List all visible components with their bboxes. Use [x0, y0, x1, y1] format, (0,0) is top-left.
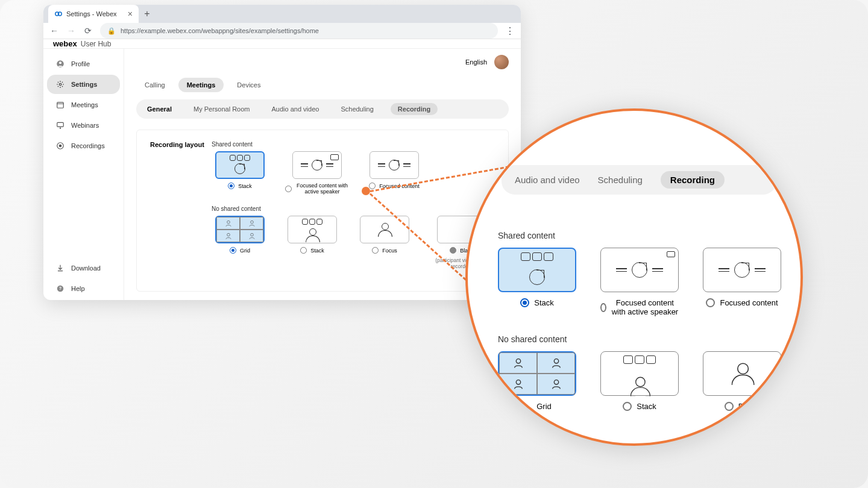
browser-tab-title: Settings - Webex	[66, 10, 117, 17]
browser-toolbar: ← → ⟳ 🔒 https://example.webex.com/webapp…	[43, 23, 521, 39]
reload-icon[interactable]: ⟳	[83, 26, 93, 36]
sidebar-label: Profile	[71, 60, 90, 67]
app-header: webex User Hub	[43, 39, 521, 49]
download-icon	[55, 263, 65, 273]
secondary-tabs: General My Personal Room Audio and video…	[136, 99, 509, 119]
tab-calling[interactable]: Calling	[136, 78, 174, 92]
subtab-personal-room[interactable]: My Personal Room	[189, 103, 255, 115]
zoom-shared-heading: Shared content	[498, 231, 770, 240]
subtab-general[interactable]: General	[142, 103, 177, 115]
radio-focused[interactable]	[369, 183, 376, 189]
address-bar[interactable]: 🔒 https://example.webex.com/webappng/sit…	[100, 23, 498, 39]
zoom-radio-stack[interactable]	[520, 298, 529, 307]
sidebar-label: Webinars	[71, 122, 99, 129]
sidebar-item-settings[interactable]: Settings	[47, 75, 120, 94]
layout-thumb-grid[interactable]	[215, 216, 265, 243]
zoom-radio-focused-speaker[interactable]	[600, 303, 606, 312]
record-icon	[55, 141, 65, 151]
svg-point-7	[60, 128, 61, 129]
svg-point-13	[250, 221, 253, 224]
zoom-radio-stack2[interactable]	[623, 402, 632, 411]
svg-point-14	[227, 233, 230, 236]
svg-rect-5	[57, 102, 64, 108]
zoom-secondary-tabs: Audio and video Scheduling Recording	[502, 165, 776, 195]
sidebar-item-help[interactable]: ? Help	[47, 279, 120, 298]
browser-tab[interactable]: Settings - Webex ×	[48, 5, 139, 23]
zoom-noshared-heading: No shared content	[498, 334, 770, 344]
svg-point-16	[516, 358, 520, 363]
radio-stack[interactable]	[228, 183, 234, 189]
lock-icon: 🔒	[107, 27, 116, 35]
sidebar-item-meetings[interactable]: Meetings	[47, 95, 120, 114]
layout-thumb-stack2[interactable]	[288, 216, 337, 243]
sidebar-item-webinars[interactable]: Webinars	[47, 116, 120, 135]
hub-label: User Hub	[81, 40, 112, 48]
magnifier-callout: Audio and video Scheduling Recording Sha…	[465, 108, 803, 446]
webex-favicon-icon	[54, 10, 63, 18]
svg-point-17	[554, 358, 558, 363]
no-shared-heading: No shared content	[212, 205, 495, 212]
browser-tab-strip: Settings - Webex × +	[43, 5, 521, 23]
primary-tabs: Calling Meetings Devices	[136, 75, 509, 99]
shared-content-heading: Shared content	[212, 141, 495, 148]
language-selector[interactable]: English	[465, 58, 487, 66]
tab-meetings[interactable]: Meetings	[178, 78, 224, 92]
svg-point-4	[59, 83, 61, 86]
subtab-recording[interactable]: Recording	[391, 103, 438, 115]
zoom-radio-focus[interactable]	[725, 402, 734, 411]
avatar[interactable]	[494, 55, 509, 69]
presentation-icon	[55, 120, 65, 130]
svg-point-3	[59, 61, 61, 64]
new-tab-button[interactable]: +	[139, 5, 156, 23]
brand-label: webex	[53, 39, 77, 48]
sidebar-item-profile[interactable]: Profile	[47, 54, 120, 74]
svg-point-9	[59, 145, 62, 148]
zoom-thumb-stack2[interactable]	[600, 351, 679, 396]
zoom-subtab-audio[interactable]: Audio and video	[515, 175, 580, 185]
browser-menu-icon[interactable]: ⋮	[505, 25, 515, 37]
zoom-thumb-focused-speaker[interactable]	[600, 248, 679, 292]
sidebar-label: Meetings	[71, 101, 98, 108]
help-icon: ?	[55, 284, 65, 293]
zoom-thumb-stack[interactable]	[498, 248, 576, 292]
svg-text:?: ?	[59, 286, 61, 290]
zoom-thumb-grid[interactable]	[498, 351, 576, 396]
layout-thumb-stack[interactable]	[215, 151, 265, 179]
url-text: https://example.webex.com/webappng/sites…	[121, 27, 319, 34]
sidebar-label: Settings	[71, 81, 97, 88]
sidebar-label: Recordings	[71, 142, 105, 149]
svg-point-12	[227, 221, 230, 224]
svg-point-18	[516, 380, 520, 384]
calendar-icon	[55, 100, 65, 110]
radio-stack2[interactable]	[300, 247, 307, 254]
zoom-thumb-focused[interactable]	[703, 248, 781, 292]
radio-grid[interactable]	[230, 247, 236, 254]
subtab-audio-video[interactable]: Audio and video	[267, 103, 324, 115]
subtab-scheduling[interactable]: Scheduling	[336, 103, 378, 115]
sidebar-item-download[interactable]: Download	[47, 258, 120, 278]
radio-focus[interactable]	[372, 247, 379, 254]
tab-devices[interactable]: Devices	[228, 78, 269, 92]
person-icon	[55, 59, 65, 69]
layout-thumb-focused[interactable]	[370, 151, 419, 179]
svg-point-19	[554, 380, 558, 384]
section-title: Recording layout	[150, 141, 212, 280]
radio-focused-speaker[interactable]	[285, 186, 292, 192]
sidebar-item-recordings[interactable]: Recordings	[47, 136, 120, 155]
back-icon[interactable]: ←	[49, 26, 59, 36]
forward-icon[interactable]: →	[66, 26, 76, 36]
zoom-radio-focused[interactable]	[706, 298, 715, 307]
callout-marker-icon	[362, 187, 370, 195]
svg-point-15	[250, 233, 253, 236]
browser-window: Settings - Webex × + ← → ⟳ 🔒 https://exa…	[43, 5, 521, 300]
zoom-subtab-recording[interactable]: Recording	[661, 171, 725, 189]
sidebar-label: Help	[71, 285, 85, 292]
radio-blank[interactable]	[450, 247, 456, 254]
layout-thumb-focused-speaker[interactable]	[292, 151, 342, 179]
close-tab-icon[interactable]: ×	[128, 9, 133, 19]
gear-icon	[55, 80, 65, 89]
zoom-subtab-scheduling[interactable]: Scheduling	[598, 175, 643, 185]
svg-rect-6	[57, 122, 64, 127]
sidebar: Profile Settings Meetings Webinars Recor…	[43, 49, 124, 300]
layout-thumb-focus[interactable]	[360, 216, 409, 243]
